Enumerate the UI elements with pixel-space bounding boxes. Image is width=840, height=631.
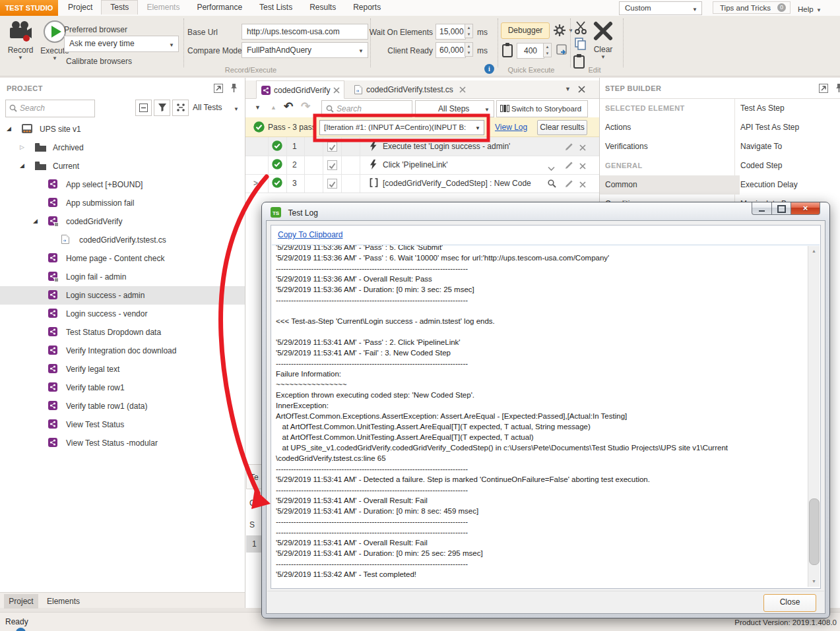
iteration-dropdown[interactable]: [Iteration #1: (INPUT A=Centiro)(INPUT B…: [319, 120, 484, 135]
step-row-2[interactable]: 2Click 'PipelineLink': [245, 156, 599, 175]
undo-icon[interactable]: ↶: [284, 100, 293, 113]
step-action-edit[interactable]: [565, 179, 573, 191]
app-menu-button[interactable]: TEST STUDIO: [0, 0, 58, 16]
collapse-all-button[interactable]: [135, 100, 152, 116]
organize-button[interactable]: [172, 100, 189, 116]
tree-item-view-test-status-modular[interactable]: View Test Status -modular: [0, 434, 245, 452]
sb-category-common[interactable]: Common: [600, 175, 740, 195]
switch-to-storyboard-button[interactable]: Switch to Storyboard: [496, 100, 588, 117]
tree-item-verify-legal-text[interactable]: Verify legal text: [0, 360, 245, 378]
dialog-titlebar[interactable]: TS Test Log: [271, 206, 318, 218]
tree-item-view-test-status[interactable]: View Test Status: [0, 415, 245, 434]
cut-icon[interactable]: [575, 21, 587, 34]
clear-button[interactable]: Clear ▼: [589, 20, 618, 60]
tree-item-login-success-vendor[interactable]: Login success - vendor: [0, 305, 245, 323]
client-stepper[interactable]: ▲▼: [465, 42, 473, 57]
tab-codedgridverify[interactable]: codedGridVerify: [256, 80, 344, 99]
delete-step-icon[interactable]: [579, 144, 586, 151]
view-log-link[interactable]: View Log: [495, 123, 527, 132]
tab-project[interactable]: Project: [4, 594, 38, 609]
step-action-edit[interactable]: [565, 160, 573, 172]
sb-item-api-test-as-step[interactable]: API Test As Step: [735, 118, 840, 137]
copy-icon[interactable]: [575, 38, 587, 51]
tree-item-current[interactable]: ◢Current: [0, 157, 245, 175]
quick-count-stepper[interactable]: ▲▼: [543, 43, 552, 57]
step-expander-icon[interactable]: >: [253, 179, 258, 188]
tree-item-verify-table-row1-data-[interactable]: Verify table row1 (data): [0, 397, 245, 415]
menu-tab-test-lists[interactable]: Test Lists: [251, 0, 301, 15]
sb-item-test-as-step[interactable]: Test As Step: [735, 99, 840, 118]
tree-item-archived[interactable]: ▷Archived: [0, 138, 245, 157]
chevron-down-icon[interactable]: [548, 166, 555, 171]
close-button[interactable]: Close: [763, 594, 816, 612]
view-code-icon[interactable]: [548, 179, 556, 188]
close-pane-icon[interactable]: [578, 86, 585, 93]
calibrate-browsers-link[interactable]: Calibrate browsers: [66, 57, 132, 66]
close-window-button[interactable]: ×: [791, 202, 820, 215]
tree-item-ups-site-v1[interactable]: ◢UPS site v1: [0, 120, 245, 138]
float-panel-icon[interactable]: [214, 84, 223, 93]
tree-item-login-fail-admin[interactable]: Login fail - admin: [0, 268, 245, 286]
run-to-here-icon[interactable]: [556, 44, 569, 56]
project-search-input[interactable]: Search: [5, 100, 95, 117]
help-menu[interactable]: Help ▼: [798, 3, 822, 15]
log-scroll-area[interactable]: '5/29/2019 11:53:36 AM' - 'Pass' : 5. Cl…: [272, 245, 820, 587]
collapse-icon[interactable]: ◢: [20, 162, 24, 169]
step-action-delete[interactable]: [579, 179, 586, 191]
tab-overflow-icon[interactable]: ▼: [565, 86, 571, 92]
quick-execute-count-input[interactable]: 400: [517, 43, 544, 59]
menu-tab-results[interactable]: Results: [301, 0, 344, 15]
debugger-toggle[interactable]: Debugger: [501, 22, 550, 39]
sb-item-coded-step[interactable]: Coded Step: [735, 156, 840, 175]
scroll-up-icon[interactable]: ▲: [808, 246, 820, 256]
sb-category-actions[interactable]: Actions: [600, 118, 740, 137]
menu-tab-reports[interactable]: Reports: [344, 0, 389, 15]
tree-item-verify-integration-doc-download[interactable]: Verify Integration doc download: [0, 342, 245, 360]
tips-and-tricks-button[interactable]: Tips and Tricks 0: [713, 1, 791, 14]
profile-dropdown[interactable]: Custom ▼: [619, 1, 702, 15]
compare-mode-select[interactable]: FullPathAndQuery ▼: [242, 42, 368, 58]
tests-filter-dropdown[interactable]: All Tests ▼: [190, 100, 243, 116]
step-action-delete[interactable]: [579, 160, 586, 172]
close-tab-icon[interactable]: [333, 87, 340, 94]
collapse-icon[interactable]: ◢: [33, 218, 38, 224]
menu-tab-elements[interactable]: Elements: [138, 0, 188, 15]
step-row-1[interactable]: 1Execute test 'Login success - admin': [245, 137, 599, 156]
tree-item-test-status-dropdown-data[interactable]: Test Status Dropdown data: [0, 323, 245, 342]
copy-to-clipboard-link[interactable]: Copy To Clipboard: [278, 230, 343, 239]
step-action-edit[interactable]: [565, 142, 573, 154]
redo-icon[interactable]: ↷: [301, 100, 310, 113]
maximize-button[interactable]: [771, 202, 791, 215]
step-enabled-checkbox[interactable]: [327, 142, 337, 152]
tree-item-codedgridverify-tstest-cs[interactable]: codedGridVerify.tstest.cs: [0, 231, 245, 249]
sb-category-verifications[interactable]: Verifications: [600, 137, 740, 156]
tree-item-verify-table-row1[interactable]: Verify table row1: [0, 378, 245, 397]
wait-on-elements-input[interactable]: 15,000: [436, 24, 466, 40]
move-step-up-icon[interactable]: ▲: [271, 104, 276, 111]
step-action-chevron[interactable]: [548, 162, 555, 174]
steps-filter-dropdown[interactable]: All Steps ▼: [415, 100, 494, 117]
expand-icon[interactable]: ▷: [20, 144, 24, 150]
base-url-input[interactable]: http://ups.tescom-usa.com: [242, 24, 368, 40]
edit-step-icon[interactable]: [565, 161, 573, 169]
float-panel-icon[interactable]: [819, 84, 828, 93]
record-button[interactable]: Record ▼: [7, 20, 34, 61]
edit-step-icon[interactable]: [565, 179, 573, 188]
collapse-icon[interactable]: ◢: [7, 125, 11, 132]
delete-step-icon[interactable]: [579, 163, 586, 169]
wait-stepper[interactable]: ▲▼: [465, 24, 473, 38]
tree-item-home-page-content-check[interactable]: Home page - Content check: [0, 249, 245, 268]
steps-search-input[interactable]: Search: [321, 100, 412, 117]
info-icon[interactable]: i: [484, 64, 494, 74]
filter-button[interactable]: [154, 100, 170, 116]
pin-icon[interactable]: [835, 83, 840, 94]
sb-item-execution-delay[interactable]: Execution Delay: [735, 175, 840, 195]
log-scrollbar[interactable]: ▲ ▼: [808, 246, 820, 587]
tab-elements[interactable]: Elements: [42, 594, 84, 609]
step-enabled-checkbox[interactable]: [327, 179, 337, 189]
client-ready-input[interactable]: 60,000: [436, 42, 466, 58]
menu-tab-project[interactable]: Project: [59, 0, 101, 15]
move-step-down-icon[interactable]: ▼: [255, 104, 261, 111]
tree-item-login-success-admin[interactable]: Login success - admin: [0, 286, 245, 305]
tree-item-app-select-bound-[interactable]: App select [+BOUND]: [0, 175, 245, 194]
